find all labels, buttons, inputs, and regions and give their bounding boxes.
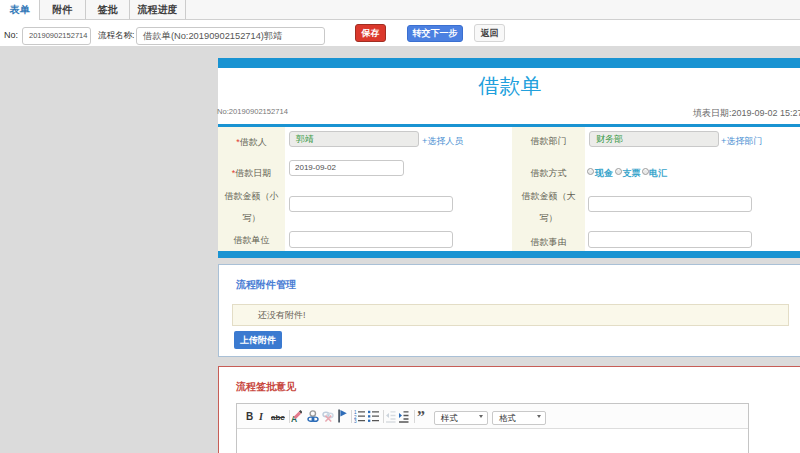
svg-text:3: 3 — [354, 419, 357, 423]
